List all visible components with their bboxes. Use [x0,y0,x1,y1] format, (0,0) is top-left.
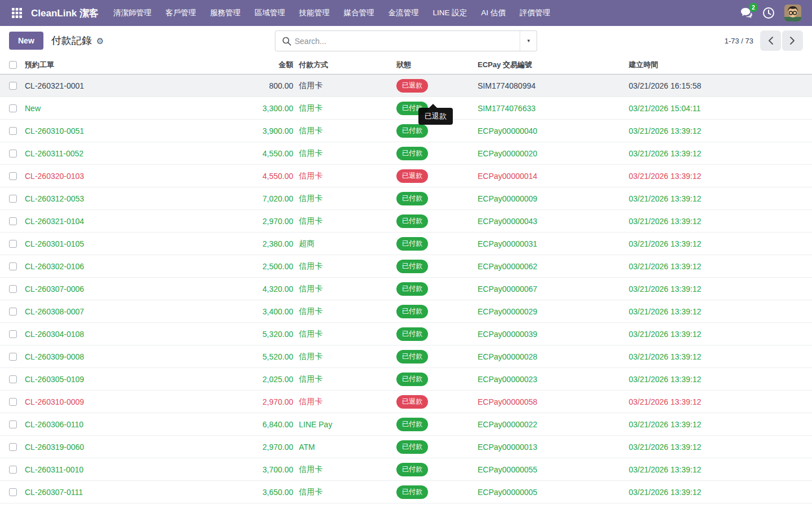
ecpay-transaction-id: ECPay00000020 [478,149,629,158]
new-button[interactable]: New [9,32,43,50]
table-row[interactable]: New3,300.00信用卡已付款SIM177407663303/21/2026… [0,97,812,120]
control-panel: New 付款記錄 ⚙ ▼ 1-73 / 73 [0,26,812,55]
navbar-menu-item[interactable]: 媒合管理 [338,5,379,21]
amount: 5,320.00 [248,330,293,339]
messages-icon[interactable]: 2 [740,7,753,19]
column-header-amount[interactable]: 金額 [248,60,293,70]
select-all-checkbox[interactable] [9,61,17,69]
navbar-menu-item[interactable]: 客戶管理 [160,5,201,21]
table-row[interactable]: CL-260307-00064,320.00信用卡已付款ECPay0000006… [0,278,812,300]
row-checkbox[interactable] [9,488,17,496]
amount: 4,320.00 [248,284,293,294]
status-badge: 已付款 [396,214,428,228]
amount: 2,970.00 [248,443,293,452]
row-checkbox[interactable] [9,150,17,157]
pager-buttons [760,30,803,51]
row-checkbox[interactable] [9,443,17,451]
search-dropdown-toggle[interactable]: ▼ [520,31,537,51]
navbar-menu-item[interactable]: 區域管理 [249,5,290,21]
table-row[interactable]: CL-260306-01106,840.00LINE Pay已付款ECPay00… [0,413,812,436]
row-checkbox[interactable] [9,375,17,383]
table-row[interactable]: CL-260309-00085,520.00信用卡已付款ECPay0000002… [0,345,812,368]
navbar-menu-item[interactable]: 評價管理 [514,5,556,21]
ecpay-transaction-id: ECPay00000014 [478,172,629,181]
row-checkbox[interactable] [9,172,17,180]
row-checkbox[interactable] [9,127,17,135]
status-badge: 已付款 [396,192,428,205]
navbar-menu-item[interactable]: LINE 設定 [427,5,473,21]
row-checkbox[interactable] [9,353,17,361]
table-row[interactable]: CL-260301-01052,380.00超商已付款ECPay00000031… [0,233,812,255]
amount: 3,900.00 [248,126,293,135]
amount: 2,025.00 [248,375,293,384]
pager-previous-button[interactable] [760,30,781,51]
row-checkbox[interactable] [9,285,17,293]
table-row[interactable]: CL-260308-00073,400.00信用卡已付款ECPay0000002… [0,300,812,323]
order-ref: CL-260321-0104 [25,217,248,226]
payment-method: 信用卡 [293,284,391,294]
order-ref: CL-260301-0105 [25,239,248,248]
row-checkbox[interactable] [9,421,17,428]
row-checkbox[interactable] [9,82,17,90]
activities-clock-icon[interactable] [762,7,775,19]
navbar-right: 2 [740,5,804,21]
table-row[interactable]: CL-260311-00524,550.00信用卡已付款ECPay0000002… [0,142,812,165]
ecpay-transaction-id: ECPay00000028 [478,352,629,361]
table-row[interactable]: CL-260310-00092,970.00信用卡已退款ECPay0000005… [0,391,812,413]
table-row[interactable]: CL-260320-01034,550.00信用卡已退款ECPay0000001… [0,165,812,187]
gear-icon[interactable]: ⚙ [96,37,104,45]
amount: 7,020.00 [248,194,293,203]
table-row[interactable]: CL-260321-01042,970.00信用卡已付款ECPay0000004… [0,210,812,233]
navbar-menu-item[interactable]: 金流管理 [382,5,424,21]
row-checkbox[interactable] [9,195,17,203]
created-datetime: 03/21/2026 16:15:58 [629,81,812,90]
pager-next-button[interactable] [782,30,803,51]
payment-method: 信用卡 [293,171,391,181]
status-tooltip: 已退款 [418,108,453,125]
status-badge: 已付款 [396,463,428,476]
created-datetime: 03/21/2026 13:39:12 [629,194,812,203]
navbar-menu-item[interactable]: 服務管理 [204,5,246,21]
row-checkbox[interactable] [9,466,17,474]
table-row[interactable]: CL-260311-00103,700.00信用卡已付款ECPay0000005… [0,458,812,481]
user-avatar[interactable] [784,5,801,21]
payment-method: 信用卡 [293,148,391,159]
row-checkbox[interactable] [9,217,17,225]
row-checkbox[interactable] [9,104,17,112]
navbar-menu-item[interactable]: 清潔師管理 [108,5,157,21]
column-header-ecpay-id[interactable]: ECPay 交易編號 [478,60,629,70]
table-row[interactable]: CL-260319-00602,970.00ATM已付款ECPay0000001… [0,436,812,458]
column-header-method[interactable]: 付款方式 [293,60,391,70]
ecpay-transaction-id: SIM1774076633 [478,104,629,113]
created-datetime: 03/21/2026 13:39:12 [629,397,812,406]
created-datetime: 03/21/2026 13:39:12 [629,443,812,452]
apps-grid-icon[interactable] [8,5,25,21]
row-checkbox[interactable] [9,262,17,270]
created-datetime: 03/21/2026 13:39:12 [629,149,812,158]
table-row[interactable]: CL-260321-0001800.00信用卡已退款SIM17740809940… [0,75,812,97]
column-header-order-ref[interactable]: 預約工單 [25,60,248,70]
payment-method: 信用卡 [293,306,391,317]
row-checkbox[interactable] [9,398,17,406]
amount: 5,520.00 [248,352,293,361]
column-header-created[interactable]: 建立時間 [629,60,812,70]
table-row[interactable]: CL-260310-00513,900.00信用卡已付款ECPay0000004… [0,120,812,142]
table-row[interactable]: CL-260307-01113,650.00信用卡已付款ECPay0000000… [0,481,812,503]
created-datetime: 03/21/2026 13:39:12 [629,330,812,339]
table-row[interactable]: CL-260305-01092,025.00信用卡已付款ECPay0000002… [0,368,812,391]
row-checkbox[interactable] [9,330,17,338]
brand-title[interactable]: CleanLink 潔客 [31,7,99,20]
search-input[interactable] [295,37,520,46]
table-row[interactable]: CL-260304-01085,320.00信用卡已付款ECPay0000003… [0,323,812,345]
navbar-menu-item[interactable]: AI 估價 [475,5,511,21]
table-row[interactable]: CL-260302-01062,500.00信用卡已付款ECPay0000006… [0,255,812,278]
column-header-status[interactable]: 狀態 [391,60,478,70]
navbar-menu-item[interactable]: 技能管理 [293,5,335,21]
payment-method: 信用卡 [293,397,391,407]
row-checkbox[interactable] [9,308,17,316]
payment-method: 信用卡 [293,465,391,475]
ecpay-transaction-id: ECPay00000039 [478,330,629,339]
row-checkbox[interactable] [9,240,17,248]
created-datetime: 03/21/2026 13:39:12 [629,420,812,429]
table-row[interactable]: CL-260312-00537,020.00信用卡已付款ECPay0000000… [0,187,812,210]
